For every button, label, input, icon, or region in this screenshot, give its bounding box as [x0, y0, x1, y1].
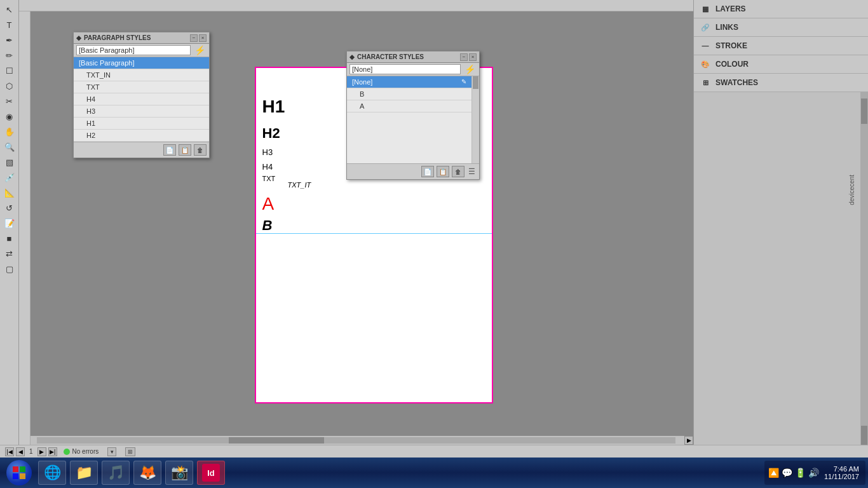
- para-delete-btn[interactable]: 🗑: [194, 144, 207, 156]
- ie-icon: 🌐: [43, 464, 61, 482]
- indesign-icon: Id: [202, 464, 220, 482]
- svg-rect-0: [13, 466, 18, 472]
- para-style-item-h3[interactable]: H3: [74, 105, 209, 118]
- view-options-btn[interactable]: ⊞: [125, 447, 135, 456]
- char-styles-list: [None] ✎ B A: [347, 76, 479, 163]
- preflight-settings-btn[interactable]: ▾: [107, 447, 116, 456]
- page-last-btn[interactable]: ▶|: [48, 447, 57, 456]
- tool-eyedrop[interactable]: 💉: [3, 170, 17, 184]
- paragraph-styles-title-bar[interactable]: ◆ PARAGRAPH STYLES − ×: [74, 32, 209, 44]
- page-prev-btn[interactable]: ◀: [16, 447, 25, 456]
- taskbar-sharex[interactable]: 📸: [165, 461, 193, 485]
- tool-frame[interactable]: ☐: [3, 64, 17, 78]
- panel-label-colour: COLOUR: [715, 60, 749, 69]
- clock[interactable]: 7:46 AM 11/11/2017: [822, 465, 862, 480]
- links-icon: 🔗: [700, 22, 710, 32]
- para-style-item-basic[interactable]: [Basic Paragraph]: [74, 57, 209, 69]
- panel-label-layers: LAYERS: [715, 4, 746, 13]
- taskbar-indesign[interactable]: Id: [197, 461, 225, 485]
- tool-gradient[interactable]: ▧: [3, 155, 17, 169]
- para-style-item-txt-in[interactable]: TXT_IN: [74, 69, 209, 81]
- para-close-btn[interactable]: ×: [199, 34, 207, 42]
- tool-note[interactable]: 📝: [3, 216, 17, 230]
- char-duplicate-btn[interactable]: 📋: [437, 166, 449, 177]
- page-a: A: [262, 194, 275, 214]
- page-h2: H2: [262, 125, 280, 142]
- char-new-style-btn[interactable]: 📄: [421, 166, 434, 177]
- page-h1: H1: [262, 97, 285, 117]
- hscroll-track[interactable]: [37, 437, 675, 444]
- explorer-icon: 📁: [75, 464, 93, 482]
- para-style-item-txt[interactable]: TXT: [74, 81, 209, 93]
- para-search-input[interactable]: [76, 45, 191, 55]
- taskbar-ie[interactable]: 🌐: [38, 461, 66, 485]
- tool-color-fill[interactable]: ■: [3, 231, 17, 245]
- panel-item-layers[interactable]: ▦ LAYERS: [694, 0, 868, 18]
- stroke-icon: —: [700, 41, 710, 51]
- panel-item-stroke[interactable]: — STROKE: [694, 37, 868, 55]
- tool-shape[interactable]: ⬡: [3, 79, 17, 93]
- tool-pen[interactable]: ✒: [3, 33, 17, 47]
- tray-msg-icon[interactable]: 💬: [782, 468, 792, 478]
- page-number: 1: [27, 448, 36, 455]
- svg-rect-1: [20, 466, 25, 472]
- page-txt-it: TXT_IT: [288, 181, 311, 189]
- page-b: B: [262, 217, 273, 234]
- svg-rect-3: [20, 473, 25, 479]
- para-minimize-btn[interactable]: −: [190, 34, 198, 42]
- taskbar-wmp[interactable]: 🎵: [102, 461, 130, 485]
- start-button[interactable]: [3, 459, 36, 487]
- page-h3: H3: [262, 147, 273, 157]
- page-first-btn[interactable]: |◀: [5, 447, 14, 456]
- tray-battery-icon[interactable]: 🔋: [795, 468, 806, 478]
- right-panel: ▦ LAYERS 🔗 LINKS — STROKE 🎨 COLOUR ⊞ SWA…: [693, 0, 868, 458]
- no-errors-label: No errors: [72, 448, 99, 455]
- right-vscroll[interactable]: [860, 92, 868, 458]
- tool-measure[interactable]: 📐: [3, 186, 17, 200]
- para-style-item-h1[interactable]: H1: [74, 118, 209, 130]
- tool-fill[interactable]: ◉: [3, 109, 17, 123]
- taskbar-explorer[interactable]: 📁: [70, 461, 98, 485]
- para-duplicate-btn[interactable]: 📋: [179, 144, 191, 156]
- char-style-item-a[interactable]: A: [347, 100, 479, 112]
- tray-volume-icon[interactable]: 🔊: [808, 468, 819, 478]
- char-search-input[interactable]: [349, 64, 461, 74]
- hscroll-thumb[interactable]: [229, 437, 325, 444]
- page-next-btn[interactable]: ▶: [37, 447, 46, 456]
- para-style-item-h4[interactable]: H4: [74, 93, 209, 105]
- para-styles-list: [Basic Paragraph] TXT_IN TXT H4 H3 H1 H2: [74, 57, 209, 142]
- para-style-item-h2[interactable]: H2: [74, 130, 209, 142]
- panel-item-links[interactable]: 🔗 LINKS: [694, 18, 868, 37]
- hscroll-right-btn[interactable]: ▶: [684, 436, 693, 445]
- para-new-style-btn[interactable]: 📄: [163, 144, 176, 156]
- horizontal-scrollbar[interactable]: ◀ ▶: [19, 436, 693, 445]
- char-minimize-btn[interactable]: −: [460, 53, 468, 61]
- tool-select[interactable]: ↖: [3, 3, 17, 17]
- right-vscroll-thumb[interactable]: [861, 98, 867, 124]
- tool-scissors[interactable]: ✂: [3, 94, 17, 108]
- tool-swap[interactable]: ⇄: [3, 247, 17, 261]
- char-close-btn[interactable]: ×: [469, 53, 477, 61]
- layers-icon: ▦: [700, 4, 710, 14]
- char-style-item-none[interactable]: [None] ✎: [347, 76, 479, 88]
- tray-arrow-icon[interactable]: 🔼: [768, 468, 779, 478]
- char-lightning-btn[interactable]: ⚡: [463, 64, 477, 74]
- char-search-bar: ⚡: [347, 63, 479, 76]
- char-vscroll[interactable]: [471, 76, 479, 163]
- taskbar-firefox[interactable]: 🦊: [133, 461, 161, 485]
- char-list-empty-space: [347, 112, 479, 163]
- tool-pencil[interactable]: ✏: [3, 48, 17, 62]
- panel-item-swatches[interactable]: ⊞ SWATCHES: [694, 74, 868, 92]
- char-menu-btn[interactable]: ☰: [467, 167, 477, 176]
- tool-text[interactable]: T: [3, 18, 17, 32]
- tool-screen-mode[interactable]: ▢: [3, 262, 17, 276]
- char-vscroll-thumb[interactable]: [473, 76, 478, 89]
- tool-rotate[interactable]: ↺: [3, 201, 17, 215]
- character-styles-title-bar[interactable]: ◆ CHARACTER STYLES − ×: [347, 51, 479, 63]
- tool-hand[interactable]: ✋: [3, 125, 17, 139]
- char-delete-btn[interactable]: 🗑: [452, 166, 465, 177]
- panel-item-colour[interactable]: 🎨 COLOUR: [694, 55, 868, 74]
- tool-zoom[interactable]: 🔍: [3, 140, 17, 154]
- para-lightning-btn[interactable]: ⚡: [193, 45, 207, 55]
- char-style-item-b[interactable]: B: [347, 88, 479, 100]
